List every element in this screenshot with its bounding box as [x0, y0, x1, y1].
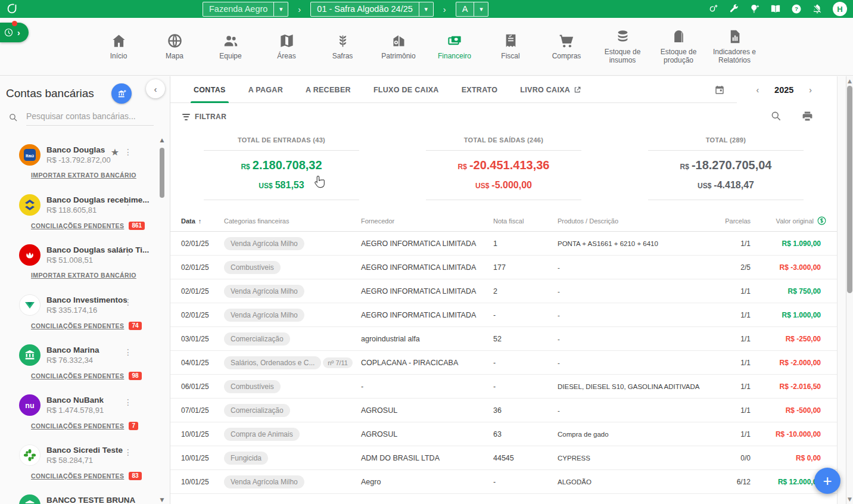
account-more-menu-icon[interactable]: ⋮: [124, 197, 132, 207]
tab-contas[interactable]: CONTAS: [182, 76, 237, 103]
receipt-icon: [503, 33, 519, 49]
filter-button[interactable]: FILTRAR: [182, 113, 226, 121]
account-action-link[interactable]: CONCILIAÇÕES PENDENTES: [31, 422, 124, 430]
scroll-down-icon[interactable]: ▼: [158, 497, 166, 503]
sub-selector[interactable]: A ▾: [456, 2, 489, 17]
bank-account-item-banco-marina[interactable]: Banco Marina R$ 76.332,34 ⋮ CONCILIAÇÕES…: [0, 336, 156, 386]
tab-extrato[interactable]: EXTRATO: [450, 76, 509, 103]
nav-item-estoque-de-producao[interactable]: Estoque de produção: [653, 29, 703, 65]
account-more-menu-icon[interactable]: ⋮: [124, 297, 132, 307]
table-row[interactable]: 03/01/25 Comercialização agroindustrial …: [170, 327, 837, 351]
bank-logo-icon: [19, 194, 41, 216]
nav-item-inicio[interactable]: Início: [94, 33, 144, 61]
table-row[interactable]: 06/01/25 Combustíveis - - DIESEL, DIESEL…: [170, 375, 837, 399]
nav-item-safras[interactable]: Safras: [317, 33, 368, 61]
scroll-up-icon[interactable]: ▲: [846, 78, 853, 84]
main-scrollbar[interactable]: ▲ ▼: [846, 76, 853, 504]
chevron-down-icon[interactable]: ▾: [273, 2, 288, 16]
sidebar-scrollbar[interactable]: ▲ ▼: [158, 137, 166, 503]
table-row[interactable]: 04/01/25 Salários, Ordenados e C... nº 7…: [170, 351, 837, 375]
table-row[interactable]: 02/01/25 Combustíveis AEGRO INFORMATICA …: [170, 256, 837, 279]
account-action-link[interactable]: CONCILIAÇÕES PENDENTES: [31, 222, 124, 229]
divider: [204, 150, 359, 151]
add-transaction-fab[interactable]: +: [814, 468, 840, 494]
nav-item-indicadores-e-relatorios[interactable]: Indicadores e Relatórios: [709, 29, 759, 65]
nav-item-estoque-de-insumos[interactable]: Estoque de insumos: [597, 29, 647, 65]
favorite-star-icon[interactable]: ★: [111, 147, 119, 158]
aegro-add-icon[interactable]: [708, 4, 718, 14]
category-chip: Venda Agrícola Milho: [224, 285, 304, 298]
tab-livro-caixa[interactable]: LIVRO CAIXA: [509, 76, 593, 103]
bank-account-item-banco-sicredi-teste[interactable]: Banco Sicredi Teste R$ 58.284,71 ⋮ CONCI…: [0, 436, 156, 486]
nav-item-financeiro[interactable]: Financeiro: [429, 33, 480, 61]
bank-account-item-banco-douglas-recebime[interactable]: Banco Douglas recebime... R$ 118.605,81 …: [0, 186, 156, 236]
table-row[interactable]: 02/01/25 Venda Agrícola Milho AEGRO INFO…: [170, 279, 837, 303]
column-header-date[interactable]: Data ↑: [181, 217, 224, 225]
book-icon[interactable]: [770, 4, 781, 14]
bank-account-item-banco-douglas-salario-ti[interactable]: Banco Douglas salário Ti... R$ 51.008,51…: [0, 236, 156, 286]
tab-a-pagar[interactable]: A PAGAR: [237, 76, 294, 103]
scrollbar-thumb[interactable]: [847, 86, 852, 293]
total-card-total-289[interactable]: TOTAL (289) R$-18.270.705,04 US$-4.418,4…: [615, 136, 837, 208]
account-more-menu-icon[interactable]: ⋮: [124, 247, 132, 257]
nav-item-equipe[interactable]: Equipe: [206, 33, 256, 61]
account-action-link[interactable]: IMPORTAR EXTRATO BANCÁRIO: [31, 172, 136, 179]
account-more-menu-icon[interactable]: ⋮: [124, 347, 132, 357]
account-action-link[interactable]: IMPORTAR EXTRATO BANCÁRIO: [31, 272, 136, 279]
cell-products: -: [558, 264, 720, 271]
table-row[interactable]: 02/01/25 Venda Agrícola Milho AEGRO INFO…: [170, 232, 837, 256]
bank-account-item-banco-investimentos[interactable]: Banco Investimentos R$ 335.174,16 ⋮ CONC…: [0, 286, 156, 336]
lightbulb-add-icon[interactable]: [749, 4, 760, 14]
nav-item-mapa[interactable]: Mapa: [150, 33, 200, 61]
nav-item-compras[interactable]: Compras: [541, 33, 592, 61]
previous-year-chevron[interactable]: ‹: [740, 85, 774, 95]
table-row[interactable]: 07/01/25 Comercialização AGROSUL 36 - 1/…: [170, 399, 837, 422]
account-more-menu-icon[interactable]: ⋮: [124, 497, 132, 504]
bank-search-input[interactable]: [26, 109, 154, 126]
table-row[interactable]: 10/01/25 Compra de Animais AGROSUL 63 Co…: [170, 422, 837, 446]
print-icon[interactable]: [802, 110, 813, 122]
notifications-off-icon[interactable]: [812, 4, 823, 14]
account-more-menu-icon[interactable]: ⋮: [124, 447, 132, 457]
harvest-selector[interactable]: 01 - Safra Algodão 24/25 ▾: [310, 2, 433, 17]
nav-item-label: Início: [110, 52, 127, 61]
tab-a-receber[interactable]: A RECEBER: [294, 76, 362, 103]
account-more-menu-icon[interactable]: ⋮: [124, 147, 132, 157]
nav-item-areas[interactable]: Áreas: [261, 33, 312, 61]
chevron-down-icon[interactable]: ▾: [419, 2, 433, 16]
next-year-chevron[interactable]: ›: [793, 85, 827, 95]
nav-item-patrimonio[interactable]: Patrimônio: [373, 33, 424, 61]
user-avatar[interactable]: H: [833, 2, 847, 16]
scroll-up-icon[interactable]: ▲: [158, 137, 166, 143]
cell-category: Compra de Animais: [224, 428, 361, 441]
search-icon[interactable]: [770, 110, 782, 122]
news-flyout-tab[interactable]: ›: [0, 23, 29, 42]
account-more-menu-icon[interactable]: ⋮: [124, 397, 132, 407]
installment-tag-chip: nº 7/11: [323, 357, 353, 368]
farm-selector[interactable]: Fazenda Aegro ▾: [203, 2, 288, 17]
bank-account-item-banco-teste-bruna[interactable]: BANCO TESTE BRUNA ⋮: [0, 486, 156, 504]
cell-supplier: AEGRO INFORMATICA LIMITADA: [361, 311, 493, 319]
help-icon[interactable]: ?: [791, 4, 802, 14]
wrench-icon[interactable]: [729, 4, 739, 14]
add-bank-account-button[interactable]: [111, 83, 132, 104]
total-card-total-de-entradas-43[interactable]: TOTAL DE ENTRADAS (43) R$2.180.708,32 US…: [170, 136, 393, 208]
column-header-products: Produtos / Descrição: [558, 217, 720, 225]
bank-account-item-banco-douglas[interactable]: Itaú Banco Douglas R$ -13.792.872,00 ★ ⋮…: [0, 136, 156, 186]
chevron-down-icon[interactable]: ▾: [474, 2, 488, 16]
account-action-link[interactable]: CONCILIAÇÕES PENDENTES: [31, 322, 124, 329]
table-row[interactable]: 02/01/25 Venda Agrícola Milho AEGRO INFO…: [170, 303, 837, 327]
bank-account-item-banco-nubank[interactable]: nu Banco NuBank R$ 1.474.578,91 ⋮ CONCIL…: [0, 386, 156, 436]
calendar-icon[interactable]: [714, 85, 725, 95]
scrollbar-thumb[interactable]: [160, 148, 164, 198]
total-card-total-de-saidas-246[interactable]: TOTAL DE SAÍDAS (246) R$-20.451.413,36 U…: [393, 136, 615, 208]
account-action-link[interactable]: CONCILIAÇÕES PENDENTES: [31, 372, 124, 379]
cell-value: R$ -2.000,00: [751, 359, 827, 367]
table-row[interactable]: 10/01/25 Fungicida ADM DO BRASIL LTDA 44…: [170, 446, 837, 470]
table-row[interactable]: 10/01/25 Venda Agrícola Milho Aegro - AL…: [170, 470, 837, 494]
account-action-link[interactable]: CONCILIAÇÕES PENDENTES: [31, 472, 124, 480]
sidebar-collapse-button[interactable]: ‹: [146, 79, 165, 98]
nav-item-fiscal[interactable]: Fiscal: [485, 33, 536, 61]
tab-fluxo-de-caixa[interactable]: FLUXO DE CAIXA: [362, 76, 450, 103]
scroll-down-icon[interactable]: ▼: [846, 496, 853, 502]
